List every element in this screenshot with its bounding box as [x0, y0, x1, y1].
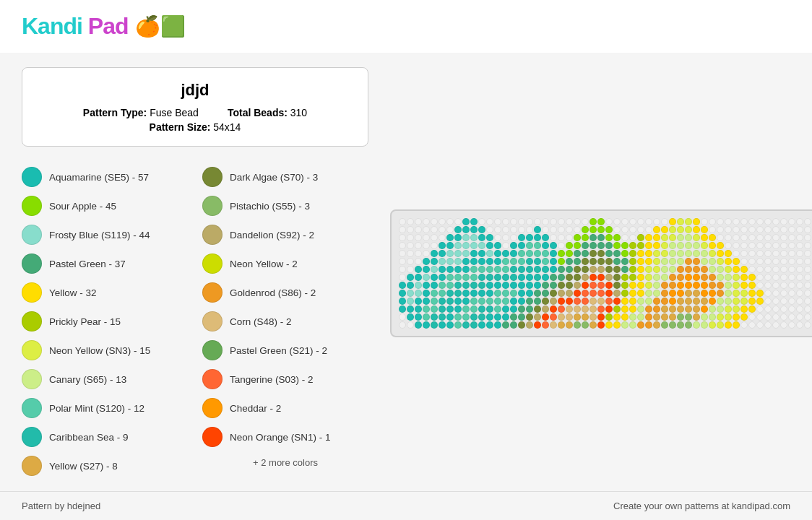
bead — [478, 306, 485, 313]
bead — [780, 218, 787, 225]
bead — [653, 290, 660, 297]
bead — [709, 250, 716, 257]
bead — [653, 242, 660, 249]
bead — [534, 218, 541, 225]
bead — [772, 250, 779, 257]
bead — [669, 242, 676, 249]
bead-row — [399, 242, 812, 249]
bead — [653, 258, 660, 265]
bead — [661, 226, 668, 233]
bead — [542, 321, 549, 329]
bead — [685, 313, 692, 321]
bead — [589, 282, 597, 289]
bead — [407, 313, 414, 321]
bead — [645, 218, 652, 225]
bead — [629, 234, 636, 241]
bead — [613, 218, 621, 225]
bead — [693, 226, 700, 233]
bead — [589, 290, 597, 297]
color-dot — [22, 398, 42, 418]
bead — [733, 306, 740, 313]
bead — [740, 298, 748, 305]
pattern-type: Pattern Type: Fuse Bead — [83, 107, 199, 118]
bead — [486, 218, 493, 225]
bead — [494, 313, 501, 321]
bead — [574, 226, 581, 233]
color-name: Caribbean Sea - 9 — [49, 432, 129, 443]
color-dot — [22, 427, 42, 447]
bead — [693, 266, 700, 273]
bead — [502, 218, 509, 225]
bead — [470, 258, 478, 265]
bead — [462, 298, 470, 305]
color-dot — [22, 340, 42, 360]
bead — [733, 258, 740, 265]
bead — [431, 266, 438, 273]
bead — [613, 282, 621, 289]
bead — [439, 306, 446, 313]
bead — [804, 313, 811, 321]
bead — [693, 282, 700, 289]
bead — [446, 282, 454, 289]
bead — [756, 313, 764, 321]
bead — [780, 321, 787, 329]
bead — [486, 242, 493, 249]
color-grid: Aquamarine (SE5) - 57Sour Apple - 45Fros… — [22, 164, 368, 479]
bead — [804, 258, 811, 265]
bead — [589, 306, 597, 313]
bead — [613, 258, 621, 265]
bead — [669, 258, 676, 265]
bead — [669, 321, 676, 329]
bead — [582, 218, 589, 225]
bead-row — [399, 250, 812, 257]
footer-right: Create your own patterns at kandipad.com — [613, 500, 790, 511]
bead — [518, 313, 525, 321]
color-item: Goldenrod (S86) - 2 — [202, 280, 368, 306]
bead — [661, 282, 668, 289]
bead — [629, 321, 636, 329]
bead — [582, 321, 589, 329]
left-panel: jdjd Pattern Type: Fuse Bead Total Beads… — [22, 67, 368, 479]
bead — [709, 313, 716, 321]
bead — [423, 258, 430, 265]
bead — [637, 274, 644, 281]
bead — [470, 321, 478, 329]
bead — [653, 250, 660, 257]
bead — [733, 282, 740, 289]
bead — [486, 298, 493, 305]
bead — [518, 234, 525, 241]
bead — [717, 282, 724, 289]
bead — [709, 290, 716, 297]
bead — [574, 282, 581, 289]
bead — [502, 274, 509, 281]
bead — [748, 250, 756, 257]
bead — [542, 313, 549, 321]
bead — [717, 266, 724, 273]
bead — [788, 298, 795, 305]
bead — [804, 306, 811, 313]
bead — [454, 226, 462, 233]
bead — [574, 218, 581, 225]
bead — [399, 242, 406, 249]
bead — [431, 250, 438, 257]
bead — [772, 290, 779, 297]
bead — [494, 242, 501, 249]
bead — [597, 218, 605, 225]
color-name: Pastel Green (S21) - 2 — [230, 345, 327, 356]
bead — [407, 290, 414, 297]
bead — [431, 234, 438, 241]
bead — [582, 242, 589, 249]
color-item: Polar Mint (S120) - 12 — [22, 395, 188, 421]
bead — [597, 313, 605, 321]
bead — [772, 313, 779, 321]
bead — [518, 258, 525, 265]
bead — [764, 298, 772, 305]
bead — [685, 290, 692, 297]
bead-canvas-container — [390, 209, 812, 337]
bead — [582, 282, 589, 289]
bead — [494, 250, 501, 257]
bead — [605, 226, 613, 233]
bead — [470, 250, 478, 257]
color-name: Neon Yellow (SN3) - 15 — [49, 345, 150, 356]
color-name: Corn (S48) - 2 — [230, 316, 292, 327]
